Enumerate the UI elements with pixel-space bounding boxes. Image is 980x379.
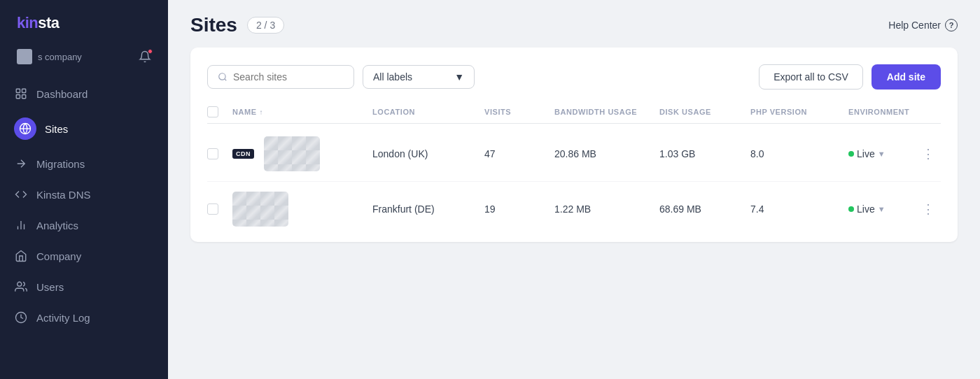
sidebar-item-label: Migrations [36,158,85,170]
logo-area: kinsta [0,0,168,43]
col-header-visits: VISITS [484,108,554,116]
site-visits: 47 [484,148,554,159]
sidebar-item-kinsta-dns[interactable]: Kinsta DNS [0,179,168,210]
search-input[interactable] [233,71,331,83]
col-header-location: LOCATION [372,108,484,116]
cdn-badge: CDN [232,149,254,159]
analytics-icon [14,218,28,232]
row-more-button[interactable]: ⋮ [916,146,941,162]
sidebar: kinsta s company Dashboard [0,0,168,379]
site-thumb-image [264,136,320,171]
labels-dropdown-value: All labels [373,71,412,83]
export-csv-button[interactable]: Export all to CSV [759,64,863,90]
environment-chevron-icon[interactable]: ▼ [878,150,886,158]
environment-chevron-icon[interactable]: ▼ [878,205,886,213]
migrations-icon [14,157,28,171]
company-name: s company [38,52,82,62]
site-php: 7.4 [750,203,848,215]
environment-dot [848,151,854,157]
dns-icon [14,187,28,201]
svg-rect-1 [22,89,26,92]
main-content: Sites 2 / 3 Help Center ? All labels ▼ [168,0,980,379]
activity-log-icon [14,310,28,324]
content-area: All labels ▼ Export all to CSV Add site … [168,48,980,379]
avatar [17,49,32,64]
notification-bell[interactable] [139,50,151,63]
row-checkbox-cell [207,203,232,215]
add-site-button[interactable]: Add site [872,64,941,90]
row-more-button[interactable]: ⋮ [916,201,941,217]
labels-dropdown[interactable]: All labels ▼ [363,65,475,89]
site-thumb-image [232,192,288,227]
sidebar-nav: Dashboard Sites Migrations [0,76,168,379]
users-icon [14,280,28,294]
company-icon [14,249,28,263]
page-title: Sites [190,14,237,36]
chevron-down-icon: ▼ [454,71,464,83]
sidebar-item-label: Users [36,281,64,293]
sidebar-item-sites[interactable]: Sites [0,109,168,148]
site-php: 8.0 [750,148,848,159]
site-thumbnail[interactable] [264,136,320,171]
sidebar-item-company[interactable]: Company [0,241,168,271]
sidebar-item-users[interactable]: Users [0,271,168,302]
sidebar-item-dashboard[interactable]: Dashboard [0,78,168,109]
site-location: Frankfurt (DE) [372,203,484,215]
svg-line-12 [225,79,227,81]
site-disk: 68.69 MB [659,203,750,215]
site-disk: 1.03 GB [659,148,750,159]
sidebar-item-analytics[interactable]: Analytics [0,210,168,241]
svg-point-9 [18,282,22,286]
col-header-environment: ENVIRONMENT [848,108,916,116]
notification-dot [148,49,153,54]
site-environment: Live ▼ [848,203,916,215]
sidebar-item-migrations[interactable]: Migrations [0,148,168,179]
table-header: NAME ↑ LOCATION VISITS BANDWIDTH USAGE D… [207,106,941,124]
sidebar-item-label: Kinsta DNS [36,189,91,201]
top-bar: Sites 2 / 3 Help Center ? [168,0,980,48]
svg-rect-0 [16,89,20,92]
sidebar-item-label: Analytics [36,220,78,231]
col-header-name: NAME ↑ [232,108,372,116]
row-checkbox[interactable] [207,203,218,215]
toolbar: All labels ▼ Export all to CSV Add site [207,64,941,90]
svg-rect-2 [16,95,20,99]
logo: kinsta [17,14,59,32]
table-row: CDN London (UK) 47 20.86 MB 1.03 GB 8.0 … [207,127,941,182]
sidebar-item-activity-log[interactable]: Activity Log [0,302,168,333]
help-center-button[interactable]: Help Center ? [888,19,958,31]
site-location: London (UK) [372,148,484,159]
table-row: Frankfurt (DE) 19 1.22 MB 68.69 MB 7.4 L… [207,182,941,236]
environment-dot [848,206,854,212]
sidebar-item-label: Sites [45,123,68,135]
col-header-php: PHP VERSION [750,108,848,116]
environment-label: Live [857,203,875,215]
header-checkbox-cell [207,106,232,117]
site-bandwidth: 20.86 MB [554,148,659,159]
site-name-cell: CDN [232,136,372,171]
svg-rect-3 [22,95,26,99]
row-checkbox[interactable] [207,148,218,159]
search-box [207,65,354,89]
sites-icon [19,122,31,135]
sidebar-item-label: Activity Log [36,312,90,324]
site-bandwidth: 1.22 MB [554,203,659,215]
svg-point-11 [219,73,225,80]
help-circle-icon: ? [945,19,958,31]
sidebar-item-label: Dashboard [36,88,88,100]
select-all-checkbox[interactable] [207,106,218,117]
site-visits: 19 [484,203,554,215]
sidebar-item-label: Company [36,250,81,262]
col-header-bandwidth: BANDWIDTH USAGE [554,108,659,116]
search-icon [218,72,227,82]
company-area: s company [0,43,168,76]
col-header-disk: DISK USAGE [659,108,750,116]
page-title-area: Sites 2 / 3 [190,14,284,36]
row-checkbox-cell [207,148,232,159]
site-name-cell [232,192,372,227]
site-environment: Live ▼ [848,148,916,159]
page-count-badge: 2 / 3 [247,17,284,34]
site-thumbnail[interactable] [232,192,288,227]
sites-icon-circle [14,117,36,140]
sites-card: All labels ▼ Export all to CSV Add site … [190,48,958,242]
